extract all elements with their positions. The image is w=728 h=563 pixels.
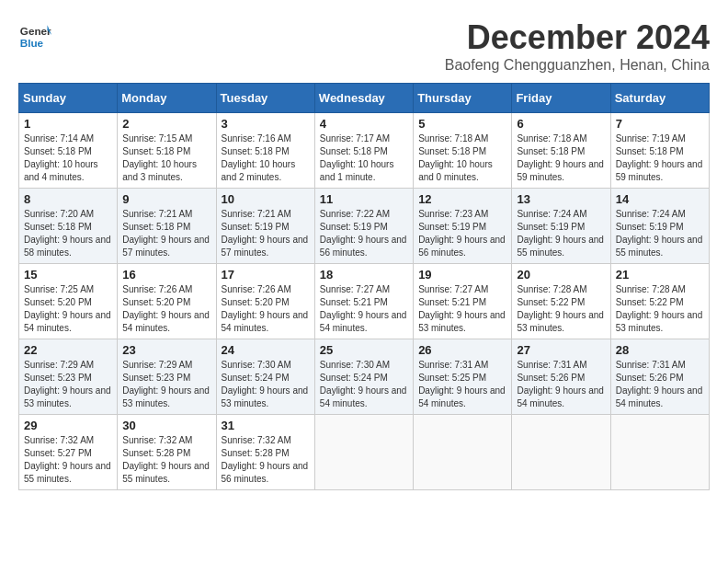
- day-info: Sunrise: 7:25 AMSunset: 5:20 PMDaylight:…: [24, 283, 112, 335]
- calendar-cell: [314, 415, 413, 490]
- day-info: Sunrise: 7:26 AMSunset: 5:20 PMDaylight:…: [222, 283, 310, 335]
- day-number: 24: [222, 343, 310, 357]
- day-info: Sunrise: 7:15 AMSunset: 5:18 PMDaylight:…: [122, 132, 210, 184]
- day-number: 27: [517, 343, 605, 357]
- calendar-cell: 7Sunrise: 7:19 AMSunset: 5:18 PMDaylight…: [610, 113, 709, 189]
- day-number: 4: [320, 117, 408, 131]
- calendar-table: SundayMondayTuesdayWednesdayThursdayFrid…: [18, 83, 710, 490]
- calendar-cell: 20Sunrise: 7:28 AMSunset: 5:22 PMDayligh…: [512, 264, 610, 339]
- day-number: 10: [222, 192, 310, 206]
- calendar-cell: 21Sunrise: 7:28 AMSunset: 5:22 PMDayligh…: [610, 264, 709, 339]
- calendar-cell: [512, 415, 610, 490]
- day-info: Sunrise: 7:28 AMSunset: 5:22 PMDaylight:…: [517, 283, 605, 335]
- day-info: Sunrise: 7:30 AMSunset: 5:24 PMDaylight:…: [222, 359, 310, 410]
- weekday-header: Saturday: [610, 84, 709, 113]
- calendar-cell: [610, 415, 709, 490]
- calendar-cell: 16Sunrise: 7:26 AMSunset: 5:20 PMDayligh…: [118, 264, 216, 339]
- day-number: 6: [517, 117, 605, 131]
- day-number: 16: [122, 268, 210, 282]
- day-number: 26: [418, 343, 506, 357]
- weekday-header: Thursday: [414, 84, 512, 113]
- day-info: Sunrise: 7:32 AMSunset: 5:27 PMDaylight:…: [24, 434, 112, 486]
- day-number: 31: [222, 419, 310, 432]
- day-info: Sunrise: 7:19 AMSunset: 5:18 PMDaylight:…: [616, 132, 704, 184]
- day-info: Sunrise: 7:24 AMSunset: 5:19 PMDaylight:…: [517, 208, 605, 259]
- calendar-cell: 23Sunrise: 7:29 AMSunset: 5:23 PMDayligh…: [118, 339, 216, 415]
- calendar-cell: 26Sunrise: 7:31 AMSunset: 5:25 PMDayligh…: [414, 339, 512, 415]
- day-number: 7: [616, 117, 704, 131]
- day-info: Sunrise: 7:23 AMSunset: 5:19 PMDaylight:…: [418, 208, 506, 259]
- calendar-cell: 2Sunrise: 7:15 AMSunset: 5:18 PMDaylight…: [118, 113, 216, 189]
- calendar-cell: 24Sunrise: 7:30 AMSunset: 5:24 PMDayligh…: [216, 339, 314, 415]
- calendar-cell: 10Sunrise: 7:21 AMSunset: 5:19 PMDayligh…: [216, 189, 314, 264]
- calendar-cell: 12Sunrise: 7:23 AMSunset: 5:19 PMDayligh…: [414, 189, 512, 264]
- day-info: Sunrise: 7:29 AMSunset: 5:23 PMDaylight:…: [24, 359, 112, 410]
- calendar-cell: 28Sunrise: 7:31 AMSunset: 5:26 PMDayligh…: [610, 339, 709, 415]
- day-info: Sunrise: 7:20 AMSunset: 5:18 PMDaylight:…: [24, 208, 112, 259]
- day-number: 25: [320, 343, 408, 357]
- day-info: Sunrise: 7:31 AMSunset: 5:26 PMDaylight:…: [616, 359, 704, 410]
- calendar-cell: 13Sunrise: 7:24 AMSunset: 5:19 PMDayligh…: [512, 189, 610, 264]
- calendar-cell: [414, 415, 512, 490]
- weekday-header: Sunday: [19, 84, 118, 113]
- calendar-week-row: 29Sunrise: 7:32 AMSunset: 5:27 PMDayligh…: [19, 415, 710, 490]
- calendar-week-row: 22Sunrise: 7:29 AMSunset: 5:23 PMDayligh…: [19, 339, 710, 415]
- day-info: Sunrise: 7:27 AMSunset: 5:21 PMDaylight:…: [320, 283, 408, 335]
- day-info: Sunrise: 7:28 AMSunset: 5:22 PMDaylight:…: [616, 283, 704, 335]
- calendar-cell: 15Sunrise: 7:25 AMSunset: 5:20 PMDayligh…: [19, 264, 118, 339]
- day-number: 17: [222, 268, 310, 282]
- day-number: 8: [24, 192, 112, 206]
- day-number: 3: [222, 117, 310, 131]
- day-info: Sunrise: 7:18 AMSunset: 5:18 PMDaylight:…: [418, 132, 506, 184]
- calendar-cell: 9Sunrise: 7:21 AMSunset: 5:18 PMDaylight…: [118, 189, 216, 264]
- calendar-cell: 29Sunrise: 7:32 AMSunset: 5:27 PMDayligh…: [19, 415, 118, 490]
- day-info: Sunrise: 7:32 AMSunset: 5:28 PMDaylight:…: [122, 434, 210, 486]
- calendar-cell: 11Sunrise: 7:22 AMSunset: 5:19 PMDayligh…: [314, 189, 413, 264]
- calendar-cell: 27Sunrise: 7:31 AMSunset: 5:26 PMDayligh…: [512, 339, 610, 415]
- calendar-cell: 25Sunrise: 7:30 AMSunset: 5:24 PMDayligh…: [314, 339, 413, 415]
- calendar-week-row: 8Sunrise: 7:20 AMSunset: 5:18 PMDaylight…: [19, 189, 710, 264]
- calendar-cell: 6Sunrise: 7:18 AMSunset: 5:18 PMDaylight…: [512, 113, 610, 189]
- day-number: 9: [122, 192, 210, 206]
- day-number: 21: [616, 268, 704, 282]
- day-info: Sunrise: 7:29 AMSunset: 5:23 PMDaylight:…: [122, 359, 210, 410]
- calendar-cell: 1Sunrise: 7:14 AMSunset: 5:18 PMDaylight…: [19, 113, 118, 189]
- calendar-cell: 31Sunrise: 7:32 AMSunset: 5:28 PMDayligh…: [216, 415, 314, 490]
- day-number: 22: [24, 343, 112, 357]
- day-info: Sunrise: 7:21 AMSunset: 5:19 PMDaylight:…: [222, 208, 310, 259]
- day-number: 20: [517, 268, 605, 282]
- day-number: 29: [24, 419, 112, 432]
- calendar-cell: 19Sunrise: 7:27 AMSunset: 5:21 PMDayligh…: [414, 264, 512, 339]
- title-block: December 2024 Baofeng Chengguanzhen, Hen…: [445, 18, 710, 74]
- logo-icon: General Blue: [18, 18, 51, 52]
- day-number: 13: [517, 192, 605, 206]
- month-title: December 2024: [445, 18, 710, 57]
- day-number: 15: [24, 268, 112, 282]
- logo: General Blue: [18, 18, 51, 52]
- weekday-header: Friday: [512, 84, 610, 113]
- day-number: 19: [418, 268, 506, 282]
- day-number: 28: [616, 343, 704, 357]
- page-header: General Blue December 2024 Baofeng Cheng…: [18, 18, 710, 74]
- calendar-cell: 14Sunrise: 7:24 AMSunset: 5:19 PMDayligh…: [610, 189, 709, 264]
- calendar-week-row: 15Sunrise: 7:25 AMSunset: 5:20 PMDayligh…: [19, 264, 710, 339]
- day-info: Sunrise: 7:26 AMSunset: 5:20 PMDaylight:…: [122, 283, 210, 335]
- day-number: 5: [418, 117, 506, 131]
- calendar-cell: 18Sunrise: 7:27 AMSunset: 5:21 PMDayligh…: [314, 264, 413, 339]
- calendar-cell: 8Sunrise: 7:20 AMSunset: 5:18 PMDaylight…: [19, 189, 118, 264]
- day-number: 2: [122, 117, 210, 131]
- calendar-cell: 17Sunrise: 7:26 AMSunset: 5:20 PMDayligh…: [216, 264, 314, 339]
- day-number: 1: [24, 117, 112, 131]
- calendar-week-row: 1Sunrise: 7:14 AMSunset: 5:18 PMDaylight…: [19, 113, 710, 189]
- day-number: 23: [122, 343, 210, 357]
- day-number: 30: [122, 419, 210, 432]
- day-info: Sunrise: 7:27 AMSunset: 5:21 PMDaylight:…: [418, 283, 506, 335]
- day-info: Sunrise: 7:21 AMSunset: 5:18 PMDaylight:…: [122, 208, 210, 259]
- weekday-header: Tuesday: [216, 84, 314, 113]
- calendar-cell: 5Sunrise: 7:18 AMSunset: 5:18 PMDaylight…: [414, 113, 512, 189]
- day-info: Sunrise: 7:16 AMSunset: 5:18 PMDaylight:…: [222, 132, 310, 184]
- svg-text:Blue: Blue: [20, 37, 44, 49]
- day-number: 14: [616, 192, 704, 206]
- day-number: 18: [320, 268, 408, 282]
- day-info: Sunrise: 7:14 AMSunset: 5:18 PMDaylight:…: [24, 132, 112, 184]
